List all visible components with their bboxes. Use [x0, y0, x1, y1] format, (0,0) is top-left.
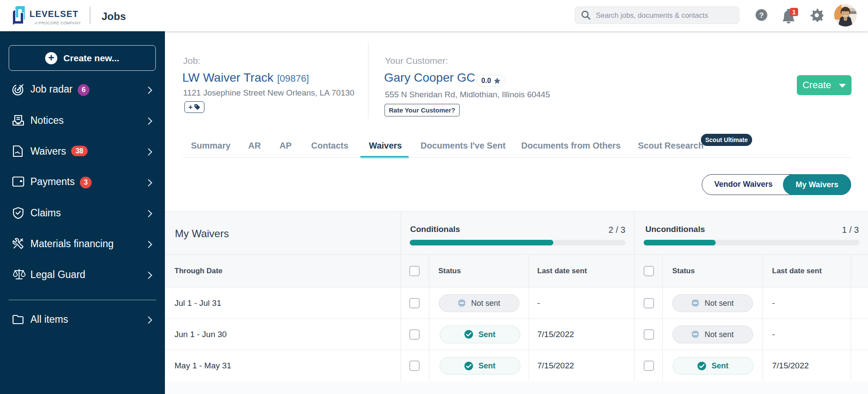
svg-text:1: 1: [792, 8, 796, 16]
svg-text:?: ?: [759, 11, 763, 20]
